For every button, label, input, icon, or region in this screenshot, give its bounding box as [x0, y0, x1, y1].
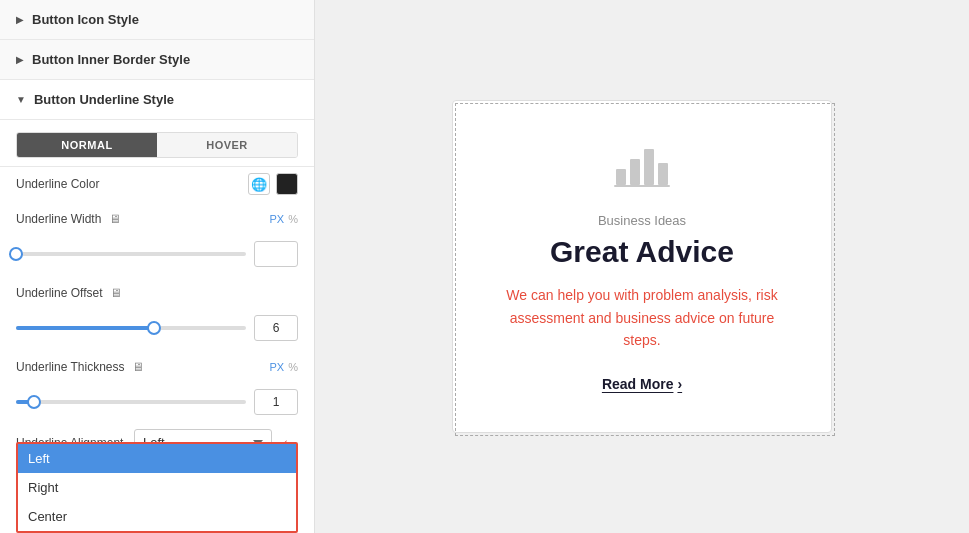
- underline-thickness-row: Underline Thickness 🖥 PX %: [0, 349, 314, 385]
- chevron-down-icon: ▼: [16, 94, 26, 105]
- svg-rect-4: [614, 185, 670, 187]
- unit-px-btn[interactable]: PX: [270, 213, 285, 225]
- slider-thumb[interactable]: [9, 247, 23, 261]
- svg-rect-3: [658, 163, 668, 185]
- svg-rect-0: [616, 169, 626, 185]
- chevron-icon: ▶: [16, 54, 24, 65]
- slider-track[interactable]: [16, 400, 246, 404]
- monitor-icon: 🖥: [132, 360, 144, 374]
- unit-toggle: PX %: [270, 213, 298, 225]
- underline-offset-slider: [16, 315, 298, 341]
- underline-width-label: Underline Width 🖥: [16, 212, 270, 226]
- underline-thickness-input[interactable]: [254, 389, 298, 415]
- card-description: We can help you with problem analysis, r…: [502, 284, 782, 351]
- chart-icon: [612, 141, 672, 197]
- unit-pct-btn[interactable]: %: [288, 213, 298, 225]
- chevron-icon: ▶: [16, 14, 24, 25]
- slider-thumb[interactable]: [27, 395, 41, 409]
- tab-hover[interactable]: HOVER: [157, 133, 297, 157]
- underline-thickness-slider: [16, 389, 298, 415]
- tab-normal[interactable]: NORMAL: [17, 133, 157, 157]
- alignment-dropdown-popup: Left Right Center: [16, 442, 298, 533]
- underline-width-row: Underline Width 🖥 PX %: [0, 201, 314, 237]
- left-panel: ▶ Button Icon Style ▶ Button Inner Borde…: [0, 0, 315, 533]
- color-controls: 🌐: [248, 173, 298, 195]
- svg-rect-1: [630, 159, 640, 185]
- slider-fill: [16, 326, 154, 330]
- chevron-right-icon: ›: [677, 376, 682, 392]
- color-swatch[interactable]: [276, 173, 298, 195]
- underline-thickness-label: Underline Thickness 🖥: [16, 360, 270, 374]
- dropdown-option-left[interactable]: Left: [18, 444, 296, 473]
- monitor-icon: 🖥: [109, 212, 121, 226]
- underline-width-slider: [16, 241, 298, 267]
- card-category: Business Ideas: [598, 213, 686, 228]
- card-title: Great Advice: [550, 234, 734, 270]
- dropdown-option-center[interactable]: Center: [18, 502, 296, 531]
- unit-toggle: PX %: [270, 361, 298, 373]
- normal-hover-tabs: NORMAL HOVER: [16, 132, 298, 158]
- card-preview: Business Ideas Great Advice We can help …: [452, 100, 832, 432]
- read-more-label: Read More: [602, 376, 674, 392]
- section-label: Button Icon Style: [32, 12, 139, 27]
- monitor-icon: 🖥: [110, 286, 122, 300]
- underline-offset-input[interactable]: [254, 315, 298, 341]
- slider-track[interactable]: [16, 252, 246, 256]
- underline-offset-label: Underline Offset 🖥: [16, 286, 298, 300]
- underline-color-label: Underline Color: [16, 177, 248, 191]
- section-button-inner-border-style[interactable]: ▶ Button Inner Border Style: [0, 40, 314, 80]
- right-panel: Business Ideas Great Advice We can help …: [315, 0, 969, 533]
- underline-width-slider-row: [0, 237, 314, 275]
- section-label: Button Inner Border Style: [32, 52, 190, 67]
- underline-offset-row: Underline Offset 🖥: [0, 275, 314, 311]
- underline-width-input[interactable]: [254, 241, 298, 267]
- dropdown-option-right[interactable]: Right: [18, 473, 296, 502]
- section-button-icon-style[interactable]: ▶ Button Icon Style: [0, 0, 314, 40]
- unit-px-btn[interactable]: PX: [270, 361, 285, 373]
- svg-rect-2: [644, 149, 654, 185]
- slider-track[interactable]: [16, 326, 246, 330]
- section-button-underline-style[interactable]: ▼ Button Underline Style: [0, 80, 314, 120]
- underline-color-row: Underline Color 🌐: [0, 167, 314, 201]
- section-label: Button Underline Style: [34, 92, 174, 107]
- globe-icon[interactable]: 🌐: [248, 173, 270, 195]
- slider-thumb[interactable]: [147, 321, 161, 335]
- panel-collapse-button[interactable]: ‹: [314, 249, 315, 285]
- unit-pct-btn[interactable]: %: [288, 361, 298, 373]
- underline-thickness-slider-row: [0, 385, 314, 423]
- read-more-button[interactable]: Read More ›: [602, 376, 682, 392]
- underline-offset-slider-row: [0, 311, 314, 349]
